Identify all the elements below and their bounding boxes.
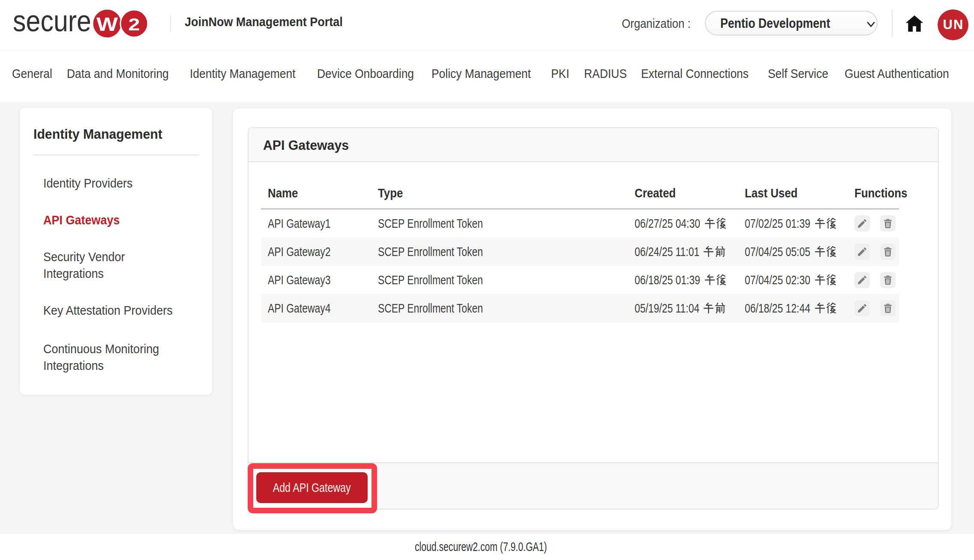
svg-text:W: W [96, 13, 118, 35]
svg-text:secure: secure [13, 7, 91, 38]
svg-text:2: 2 [129, 15, 140, 34]
